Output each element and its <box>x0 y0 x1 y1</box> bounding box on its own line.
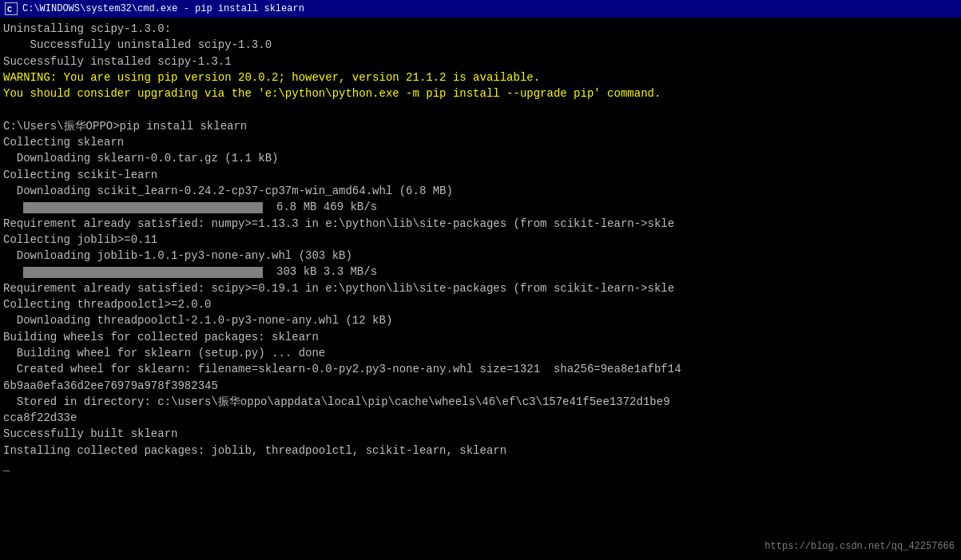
svg-text:C: C <box>7 6 12 14</box>
terminal-line: 6b9aa0efa36d2ee76979a978f3982345 <box>3 378 958 394</box>
terminal-line: Successfully uninstalled scipy-1.3.0 <box>3 37 958 53</box>
terminal-line: Downloading joblib-1.0.1-py3-none-any.wh… <box>3 248 958 264</box>
terminal-line-empty <box>3 101 958 117</box>
terminal-line: Collecting threadpoolctl>=2.0.0 <box>3 296 958 312</box>
terminal-line: Uninstalling scipy-1.3.0: <box>3 21 958 37</box>
window-title: C:\WINDOWS\system32\cmd.exe - pip instal… <box>22 3 304 14</box>
terminal-line: Downloading threadpoolctl-2.1.0-py3-none… <box>3 312 958 328</box>
terminal-line: Stored in directory: c:\users\振华oppo\app… <box>3 394 958 410</box>
cmd-icon: C <box>5 2 18 15</box>
terminal-progress-2: 303 kB 3.3 MB/s <box>3 264 958 280</box>
terminal-line: Collecting joblib>=0.11 <box>3 232 958 248</box>
cmd-window: C C:\WINDOWS\system32\cmd.exe - pip inst… <box>0 0 961 560</box>
terminal-line: Downloading scikit_learn-0.24.2-cp37-cp3… <box>3 183 958 199</box>
terminal-line-warning2: You should consider upgrading via the 'e… <box>3 85 958 101</box>
terminal-line: Collecting scikit-learn <box>3 167 958 183</box>
terminal-line: Successfully installed scipy-1.3.1 <box>3 54 958 70</box>
terminal-line: Downloading sklearn-0.0.tar.gz (1.1 kB) <box>3 150 958 166</box>
terminal-output: Uninstalling scipy-1.3.0: Successfully u… <box>0 18 961 560</box>
terminal-line-prompt: C:\Users\振华OPPO>pip install sklearn <box>3 118 958 134</box>
watermark: https://blog.csdn.net/qq_42257666 <box>764 540 955 554</box>
terminal-line: Successfully built sklearn <box>3 426 958 442</box>
terminal-line: Installing collected packages: joblib, t… <box>3 443 958 459</box>
terminal-line: cca8f22d33e <box>3 410 958 426</box>
terminal-line: Collecting sklearn <box>3 134 958 150</box>
terminal-cursor: _ <box>3 459 958 475</box>
terminal-line: Requirement already satisfied: numpy>=1.… <box>3 216 958 232</box>
terminal-line: Requirement already satisfied: scipy>=0.… <box>3 280 958 296</box>
terminal-line: Building wheel for sklearn (setup.py) ..… <box>3 345 958 361</box>
titlebar: C C:\WINDOWS\system32\cmd.exe - pip inst… <box>0 0 961 18</box>
terminal-line-warning: WARNING: You are using pip version 20.0.… <box>3 70 958 85</box>
terminal-line: Created wheel for sklearn: filename=skle… <box>3 361 958 377</box>
terminal-line: Building wheels for collected packages: … <box>3 329 958 345</box>
terminal-progress-1: 6.8 MB 469 kB/s <box>3 199 958 215</box>
